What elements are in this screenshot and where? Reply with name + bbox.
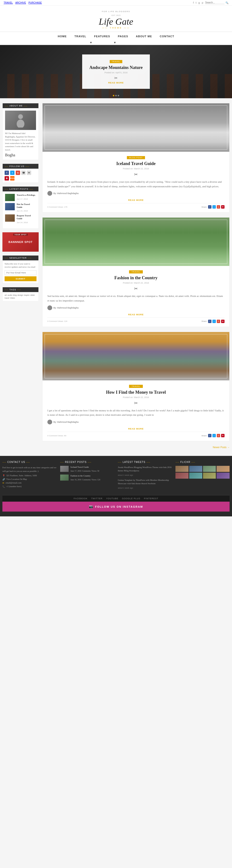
newsletter-email-input[interactable]	[5, 270, 36, 275]
newer-posts-pagination[interactable]: Newer Posts →	[42, 446, 230, 448]
post-meta-left-money: 0 Comment Views: 80	[47, 435, 66, 437]
share-facebook-fashion[interactable]: f	[208, 320, 211, 323]
flickr-thumb-5[interactable]	[175, 473, 189, 478]
tag-art[interactable]: art	[5, 294, 7, 296]
post-author-avatar-fashion	[47, 305, 52, 310]
latest-post-title-3[interactable]: Boquete Travel Guide	[17, 214, 36, 220]
footer-nav-twitter[interactable]: TWITTER	[91, 497, 102, 500]
share-twitter-money[interactable]: t	[212, 434, 216, 437]
newsletter-submit-button[interactable]: SUBMIT	[5, 276, 36, 281]
social-facebook[interactable]: f	[5, 170, 9, 175]
banner-spot[interactable]: YOUR SPOT BANNNER SPOT	[2, 232, 39, 252]
latest-post-title-1[interactable]: Travel is a Privilege.	[17, 194, 36, 197]
social-tw-top[interactable]: t	[196, 1, 196, 4]
share-facebook-money[interactable]: f	[208, 434, 211, 437]
tag-blog[interactable]: blog	[13, 294, 17, 296]
nav-contact[interactable]: CONTACT	[156, 32, 178, 41]
hero-category-badge: TRAVEL	[110, 60, 123, 63]
nav-about[interactable]: ABOUT ME	[132, 32, 156, 41]
share-twitter-fashion[interactable]: t	[212, 320, 216, 323]
phone-icon: 📞	[2, 486, 5, 488]
nav-home[interactable]: HOME	[54, 32, 71, 41]
footer-nav-googleplus[interactable]: GOOGLE PLUS	[122, 497, 140, 500]
social-email[interactable]: ✉	[27, 170, 31, 175]
post-category-badge-fashion: TRAVEL	[129, 270, 143, 274]
latest-post-info-1: Travel is a Privilege. Jun 17, 2016	[17, 194, 36, 200]
share-googleplus-fashion[interactable]: G	[217, 320, 220, 323]
social-gp-top[interactable]: g	[198, 1, 200, 4]
footer-email-text[interactable]: email@email.com	[6, 482, 22, 484]
footer-post-title-fashion[interactable]: Fashion in the Country	[71, 474, 100, 477]
list-item: Travel is a Privilege. Jun 17, 2016	[5, 194, 36, 201]
scissors-icon-money: ✂	[47, 401, 225, 406]
top-nav-travel[interactable]: TRAVEL	[4, 1, 13, 4]
share-pinterest-fashion[interactable]: ✿	[221, 320, 225, 323]
latest-post-title-2[interactable]: Hat An Travel Guide	[17, 203, 36, 209]
social-rss[interactable]: RSS	[10, 176, 14, 181]
banner-spot-badge: YOUR SPOT	[13, 234, 28, 236]
search-input[interactable]	[205, 1, 225, 4]
footer-nav-facebook[interactable]: FACEBOOK	[74, 497, 88, 500]
nav-pages[interactable]: PAGES	[114, 32, 132, 41]
flickr-thumb-1[interactable]	[175, 466, 189, 472]
search-icon[interactable]: 🔍	[226, 1, 228, 4]
social-fb-top[interactable]: f	[193, 1, 194, 4]
post-read-more-money[interactable]: READ MORE	[128, 428, 143, 430]
footer-map-link[interactable]: View Location On Map	[6, 478, 27, 480]
flickr-thumb-2[interactable]	[189, 466, 202, 472]
hero-read-more-link[interactable]: READ MORE	[90, 82, 143, 84]
post-read-more-fashion[interactable]: READ MORE	[128, 313, 143, 316]
top-nav-purchase[interactable]: PURCHASE	[29, 1, 42, 4]
share-pinterest-money[interactable]: ✿	[221, 434, 225, 437]
footer-contact-email: ✉ email@email.com	[2, 482, 57, 484]
tag-design[interactable]: design	[18, 294, 23, 296]
social-googleplus[interactable]: G	[16, 170, 20, 175]
footer-nav-youtube[interactable]: YOUTUBE	[106, 497, 119, 500]
share-googleplus-iceland[interactable]: G	[217, 205, 220, 209]
social-pinterest[interactable]: ✿	[5, 176, 9, 181]
nav-travel[interactable]: TRAVEL	[71, 32, 90, 41]
instagram-banner[interactable]: 📷 Follow Us On Instagram	[2, 502, 230, 512]
hero-dot-2[interactable]	[115, 95, 117, 96]
footer-bottom: FACEBOOK TWITTER YOUTUBE GOOGLE PLUS PIN…	[2, 495, 230, 502]
tags-widget-body: art audio blog design inspire slider tra…	[3, 292, 38, 301]
post-card-iceland: BLOG POST Iceland Travel Guide Posted on…	[42, 103, 230, 213]
footer-nav-pinterest[interactable]: PINTEREST	[144, 497, 159, 500]
tweet-text-1: Avada WordPress Blogging WordPress Theme…	[118, 466, 172, 472]
site-subtitle: —— THEME ——	[0, 27, 232, 29]
flickr-thumb-8[interactable]	[217, 473, 230, 478]
footer-contact-title: Contact Us	[2, 461, 57, 463]
hero-dot-1[interactable]	[113, 95, 114, 96]
share-pinterest-iceland[interactable]: ✿	[221, 205, 225, 209]
share-googleplus-money[interactable]: G	[217, 434, 220, 437]
tag-slider[interactable]: slider	[30, 294, 35, 296]
flickr-thumb-3[interactable]	[203, 466, 216, 472]
top-nav-archive[interactable]: ARCHIVE	[15, 1, 26, 4]
flickr-thumb-7[interactable]	[203, 473, 216, 478]
email-icon: ✉	[2, 482, 4, 484]
nav-features[interactable]: FEATURES	[90, 32, 114, 41]
social-pi-top[interactable]: p	[202, 1, 203, 4]
hero-dot-3[interactable]	[118, 95, 119, 96]
footer-contact-text: Feel free to get in touch with us at any…	[2, 466, 57, 473]
post-read-more-iceland[interactable]: READ MORE	[128, 199, 143, 201]
post-author-fashion: By: Mahmoud Baghdagha	[47, 305, 225, 310]
post-image-inner-fashion	[42, 218, 229, 266]
tag-travel[interactable]: travel	[5, 297, 9, 299]
post-image-inner-money	[42, 332, 229, 380]
share-facebook-iceland[interactable]: f	[208, 205, 211, 209]
tag-video[interactable]: Video	[10, 297, 15, 299]
post-body-fashion: TRAVEL Fashion in the Country Posted on:…	[42, 266, 229, 327]
footer-post-title-iceland[interactable]: Iceland Travel Guide	[71, 466, 99, 469]
social-phone[interactable]: ☎	[21, 170, 26, 175]
share-twitter-iceland[interactable]: t	[212, 205, 216, 209]
tag-audio[interactable]: audio	[7, 294, 12, 296]
tag-inspire[interactable]: inspire	[24, 294, 30, 296]
social-twitter[interactable]: t	[10, 170, 14, 175]
list-item: Fashion in the Country June 16, 2016 Com…	[60, 474, 114, 481]
flickr-thumb-4[interactable]	[217, 466, 230, 472]
site-logo[interactable]: Life Gate	[0, 17, 232, 26]
post-category-badge-iceland: BLOG POST	[127, 156, 145, 159]
footer-address-text: 321 Faulkner, Suite. Address, 5436	[6, 474, 37, 477]
flickr-thumb-6[interactable]	[189, 473, 202, 478]
